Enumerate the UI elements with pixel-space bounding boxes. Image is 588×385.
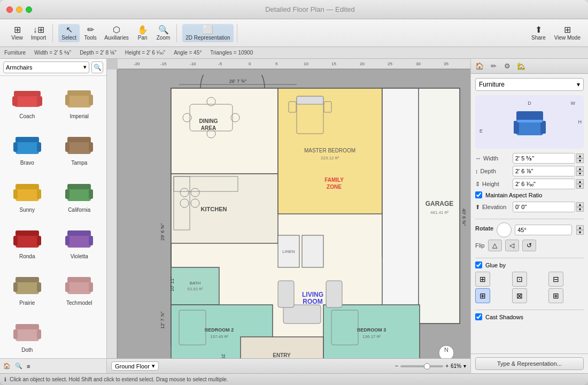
- furniture-label: Tampa: [71, 160, 87, 166]
- width-up[interactable]: ▲: [576, 153, 584, 158]
- list-item[interactable]: Violetta: [55, 218, 105, 263]
- floor-dropdown[interactable]: Ground Floor ▾: [111, 361, 159, 371]
- svg-text:223.12 ft²: 223.12 ft²: [321, 156, 339, 160]
- category-dropdown[interactable]: Armchairs ▾: [3, 61, 89, 73]
- view-mode-button[interactable]: ⊞ View Mode: [551, 24, 584, 42]
- divider-1: [475, 219, 584, 219]
- maintain-aspect-checkbox[interactable]: [475, 191, 482, 198]
- rotate-down[interactable]: ▼: [576, 230, 584, 235]
- rp-tab-home[interactable]: 🏠: [473, 61, 486, 72]
- glue-btn-1[interactable]: ⊞: [475, 272, 490, 287]
- rp-tab-gear[interactable]: ⚙: [501, 61, 514, 72]
- height-stepper[interactable]: ▲ ▼: [576, 179, 584, 189]
- auxiliaries-label: Auxiliaries: [104, 35, 129, 41]
- list-item[interactable]: Bravo: [2, 125, 52, 169]
- glue-btn-2[interactable]: ⊡: [512, 272, 527, 287]
- list-item[interactable]: Sunny: [2, 172, 52, 216]
- canvas-area[interactable]: -20 -15 -10 -5 0 5 10 15 20 25 30 35 40: [107, 59, 470, 373]
- furniture-thumb-violetta: [60, 220, 98, 252]
- pan-button[interactable]: ✋ Pan: [133, 24, 152, 42]
- glue-btn-3[interactable]: ⊟: [548, 272, 563, 287]
- canvas-inner[interactable]: 26' 7 ¾" DINING AREA: [118, 70, 470, 358]
- rp-category-label: Furniture: [479, 81, 505, 88]
- furniture-type-dropdown[interactable]: Furniture ▾: [475, 78, 584, 91]
- minimize-button[interactable]: [16, 6, 22, 13]
- select-button[interactable]: ↖ Select: [58, 24, 80, 42]
- furniture-label: California: [68, 207, 90, 213]
- width-down[interactable]: ▼: [576, 158, 584, 163]
- svg-rect-21: [67, 184, 91, 189]
- svg-rect-27: [37, 236, 41, 245]
- depth-down[interactable]: ▼: [576, 171, 584, 176]
- rotate-stepper[interactable]: ▲ ▼: [576, 225, 584, 235]
- width-stepper[interactable]: ▲ ▼: [576, 153, 584, 163]
- list-item[interactable]: Doth: [2, 312, 52, 356]
- list-item[interactable]: Tampa: [55, 125, 105, 169]
- elevation-stepper[interactable]: ▲ ▼: [576, 202, 584, 212]
- zoom-minus-icon[interactable]: −: [395, 363, 398, 369]
- furniture-thumb-ronda: [8, 220, 47, 252]
- list-item[interactable]: Prairie: [2, 265, 52, 309]
- cast-shadows-checkbox[interactable]: [475, 313, 482, 320]
- flip-vertical-button[interactable]: ◁: [505, 240, 519, 251]
- svg-rect-37: [67, 277, 91, 282]
- elevation-value[interactable]: 0' 0": [513, 202, 575, 212]
- glue-section: Glue by ⊞ ⊡ ⊟ ⊞ ⊠ ⊞: [475, 261, 584, 303]
- depth-value[interactable]: 2' 6 ⅞": [513, 166, 575, 176]
- svg-text:136.17 ft²: 136.17 ft²: [362, 334, 381, 339]
- svg-text:BEDROOM 3: BEDROOM 3: [357, 327, 386, 333]
- list-item[interactable]: California: [55, 172, 105, 216]
- toolbar: ⊞ View ↓⊞ Import ↖ Select ✏ Tools ⬡ Auxi…: [0, 19, 588, 47]
- list-item[interactable]: Imperial: [55, 78, 105, 122]
- elevation-icon: ⬆: [475, 204, 480, 211]
- zoom-slider[interactable]: [400, 365, 443, 367]
- svg-text:15: 15: [331, 61, 336, 66]
- list-item[interactable]: Ronda: [2, 218, 52, 263]
- zoom-dropdown-arrow[interactable]: ▾: [463, 363, 466, 369]
- glue-btn-6[interactable]: ⊞: [548, 288, 563, 303]
- elevation-val-text: 0' 0": [515, 204, 527, 210]
- rotate-up[interactable]: ▲: [576, 225, 584, 230]
- type-rep-button[interactable]: Type & Representation...: [475, 357, 584, 370]
- glue-btn-4[interactable]: ⊞: [475, 288, 490, 303]
- height-up[interactable]: ▲: [576, 179, 584, 184]
- width-value[interactable]: 2' 5 ⅔": [513, 153, 575, 164]
- svg-rect-7: [89, 95, 93, 105]
- share-button[interactable]: ⬆ Share: [528, 24, 549, 42]
- zoom-plus-icon[interactable]: +: [445, 363, 448, 369]
- elevation-down[interactable]: ▼: [576, 207, 584, 212]
- close-button[interactable]: [6, 6, 13, 13]
- search-button[interactable]: 🔍: [91, 61, 103, 73]
- svg-rect-43: [37, 329, 41, 339]
- 2d-rep-button[interactable]: ⬜ 2D Representation: [182, 24, 233, 42]
- zoom-icon: 🔍: [158, 26, 169, 34]
- glue-by-checkbox[interactable]: [475, 261, 482, 268]
- import-button[interactable]: ↓⊞ Import: [28, 24, 49, 42]
- rotate-value[interactable]: 45°: [515, 225, 572, 235]
- auxiliaries-button[interactable]: ⬡ Auxiliaries: [101, 24, 132, 42]
- rp-tab-house2[interactable]: 🏡: [515, 61, 528, 72]
- svg-rect-22: [65, 189, 69, 199]
- rp-tab-pencil[interactable]: ✏: [487, 61, 500, 72]
- zoom-button[interactable]: 🔍 Zoom: [153, 24, 174, 42]
- flip-horizontal-button[interactable]: △: [488, 240, 502, 251]
- view-button[interactable]: ⊞ View: [7, 24, 27, 42]
- furniture-thumb-imperial: [60, 80, 98, 112]
- maximize-button[interactable]: [26, 6, 32, 13]
- depth-up[interactable]: ▲: [576, 166, 584, 171]
- glue-btn-5[interactable]: ⊠: [512, 288, 527, 303]
- height-down[interactable]: ▼: [576, 184, 584, 189]
- flip-both-button[interactable]: ↺: [522, 240, 536, 251]
- furniture-label: Imperial: [69, 113, 89, 119]
- svg-text:25: 25: [388, 61, 392, 66]
- depth-stepper[interactable]: ▲ ▼: [576, 166, 584, 176]
- svg-rect-41: [16, 324, 39, 329]
- list-item[interactable]: Coach: [2, 78, 52, 122]
- list-item[interactable]: Techmodel: [55, 265, 105, 309]
- svg-text:137.43 ft²: 137.43 ft²: [210, 334, 228, 339]
- tools-button[interactable]: ✏ Tools: [81, 24, 100, 42]
- height-value[interactable]: 2' 6 ¹⁄₉₀": [513, 179, 575, 189]
- rotate-dial[interactable]: [497, 222, 512, 237]
- svg-text:53.62 ft²: 53.62 ft²: [187, 287, 203, 291]
- elevation-up[interactable]: ▲: [576, 202, 584, 207]
